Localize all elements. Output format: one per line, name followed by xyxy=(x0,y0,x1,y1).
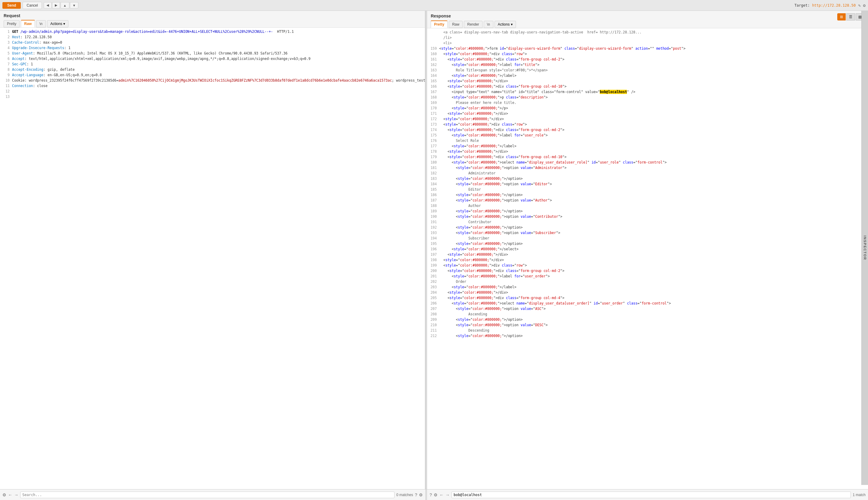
request-panel-title: Request xyxy=(4,13,421,18)
view-toggle: ⊞ ☰ ▤ xyxy=(837,13,864,21)
response-panel: Response ⊞ ☰ ▤ Pretty Raw Render \n Acti… xyxy=(427,11,868,489)
request-search-settings-icon2[interactable]: ⚙ xyxy=(419,492,423,497)
table-row: 204 <style="color:#800000;">/div> xyxy=(427,290,868,295)
actions-chevron-response: ▾ xyxy=(511,22,513,26)
table-row: 159<style="color:#800000;">form id="disp… xyxy=(427,46,868,51)
nav-back-button[interactable]: ◀ xyxy=(44,2,52,9)
table-row: 180 <style="color:#800000;">select name=… xyxy=(427,160,868,165)
table-row: 11Connection: close xyxy=(0,83,425,89)
table-row: 168 <style="color:#800000;">p class="des… xyxy=(427,94,868,100)
tab-request-pretty[interactable]: Pretty xyxy=(4,20,20,27)
tab-request-raw[interactable]: Raw xyxy=(21,20,35,27)
table-row: 162 <style="color:#800000;">label for="t… xyxy=(427,62,868,67)
table-row: 9Accept-Language: en-GB,en-US;q=0.9,en;q… xyxy=(0,72,425,78)
table-row: 160 <style="color:#800000;">div class="r… xyxy=(427,51,868,57)
table-row: 208 Ascending xyxy=(427,311,868,317)
table-row: 198 <style="color:#800000;">/div> xyxy=(427,257,868,263)
request-search-help-icon[interactable]: ? xyxy=(415,492,417,497)
request-search-next-btn[interactable]: → xyxy=(14,492,19,497)
table-row: 210 <style="color:#800000;">option value… xyxy=(427,322,868,328)
response-search-settings-icon[interactable]: ⚙ xyxy=(434,492,438,497)
table-row: 174 <style="color:#800000;">div class="f… xyxy=(427,127,868,133)
response-search-input[interactable] xyxy=(452,491,851,498)
response-search-prev-btn[interactable]: ← xyxy=(439,492,444,497)
table-row: 179 <style="color:#800000;">div class="f… xyxy=(427,154,868,160)
table-row: 193 <style="color:#800000;">option value… xyxy=(427,230,868,236)
table-row: 181 <style="color:#800000;">option value… xyxy=(427,165,868,170)
table-row: 191 Contributor xyxy=(427,219,868,225)
target-url: http://172.28.128.50 xyxy=(812,3,856,8)
nav-fwd-button[interactable]: ▶ xyxy=(52,2,60,9)
table-row: 187 <style="color:#800000;">option value… xyxy=(427,197,868,203)
table-row: 5User-Agent: Mozilla/5.0 (Macintosh; Int… xyxy=(0,50,425,56)
table-row: 199 <style="color:#800000;">div class="r… xyxy=(427,263,868,268)
table-row: 1GET /wp-admin/admin.php?page=display-us… xyxy=(0,29,425,34)
bottom-bars: ⚙ ← → 0 matches ? ⚙ ? ⚙ ← → 1 match xyxy=(0,489,868,500)
table-row: <a class= display-users-nav-tab display-… xyxy=(427,30,868,35)
table-row: 165 <style="color:#800000;">/div> xyxy=(427,78,868,84)
request-code-area[interactable]: 1GET /wp-admin/admin.php?page=display-us… xyxy=(0,28,425,489)
table-row: 8Accept-Encoding: gzip, deflate xyxy=(0,67,425,72)
table-row: 12 xyxy=(0,89,425,94)
table-row: 203 <style="color:#800000;">/label> xyxy=(427,284,868,290)
request-search-prev-btn[interactable]: ← xyxy=(8,492,12,497)
table-row: 10Cookie: wordpress_232395f24f6cff47569f… xyxy=(0,78,425,83)
actions-button-response[interactable]: Actions ▾ xyxy=(494,21,516,28)
edit-icon[interactable]: ✎ xyxy=(858,3,860,8)
table-row: 209 <style="color:#800000;">/option> xyxy=(427,317,868,322)
table-row: 2Host: 172.28.128.50 xyxy=(0,34,425,40)
table-row: 173 <style="color:#800000;">div class="r… xyxy=(427,122,868,127)
tab-request-newline[interactable]: \n xyxy=(36,20,46,27)
tab-response-pretty[interactable]: Pretty xyxy=(431,21,447,28)
table-row: 185 Editor xyxy=(427,187,868,192)
request-panel: Request Pretty Raw \n Actions ▾ 1GET /wp… xyxy=(0,11,425,489)
table-row: 202 Order xyxy=(427,279,868,284)
view-btn-list[interactable]: ☰ xyxy=(846,13,855,21)
response-search-help-icon[interactable]: ? xyxy=(430,492,432,497)
table-row: 176 Select Role xyxy=(427,138,868,144)
table-row: 207 <style="color:#800000;">option value… xyxy=(427,306,868,311)
response-panel-tabs: Pretty Raw Render \n Actions ▾ xyxy=(431,21,864,28)
table-row: 201 <style="color:#800000;">label for="u… xyxy=(427,273,868,279)
actions-button-request[interactable]: Actions ▾ xyxy=(47,20,68,27)
nav-down-button[interactable]: ▼ xyxy=(70,2,79,9)
table-row: 197 <style="color:#800000;">/div> xyxy=(427,252,868,257)
actions-chevron-request: ▾ xyxy=(63,22,65,26)
view-btn-grid[interactable]: ⊞ xyxy=(837,13,846,21)
table-row: 186 <style="color:#800000;">/option> xyxy=(427,192,868,197)
request-search-settings-icon[interactable]: ⚙ xyxy=(2,492,6,497)
table-row: 195 <style="color:#800000;">/option> xyxy=(427,241,868,246)
table-row: 205 <style="color:#800000;">div class="f… xyxy=(427,295,868,300)
inspector-tab[interactable]: INSPECTOR xyxy=(861,11,868,485)
table-row: 170 <style="color:#800000;">/p> xyxy=(427,105,868,111)
main-content: Request Pretty Raw \n Actions ▾ 1GET /wp… xyxy=(0,11,868,489)
table-row: 13 xyxy=(0,94,425,99)
cancel-button[interactable]: Cancel xyxy=(23,2,42,9)
table-row: 7Sec-GPC: 1 xyxy=(0,61,425,67)
target-info: Target: http://172.28.128.50 ✎ ⚙ xyxy=(794,3,866,8)
table-row: 161 <style="color:#800000;">div class="f… xyxy=(427,57,868,62)
settings-icon[interactable]: ⚙ xyxy=(863,3,866,8)
tab-response-newline[interactable]: \n xyxy=(484,21,493,28)
send-button[interactable]: Send xyxy=(2,2,21,9)
request-search-count: 0 matches xyxy=(396,493,413,497)
table-row: 196 <style="color:#800000;">/select> xyxy=(427,246,868,252)
table-row: 171 <style="color:#800000;">/div> xyxy=(427,111,868,116)
top-toolbar: Send Cancel ◀ ▶ ▲ ▼ Target: http://172.2… xyxy=(0,0,868,11)
table-row: 164 <style="color:#800000;">/label> xyxy=(427,73,868,78)
response-code-area[interactable]: <a class= display-users-nav-tab display-… xyxy=(427,28,868,489)
table-row: 190 <style="color:#800000;">option value… xyxy=(427,214,868,219)
table-row: /li> xyxy=(427,35,868,41)
actions-label-response: Actions xyxy=(498,22,510,26)
table-row: 169 Please enter here role title. xyxy=(427,100,868,105)
table-row: 172 <style="color:#800000;">/div> xyxy=(427,116,868,122)
tab-response-raw[interactable]: Raw xyxy=(449,21,463,28)
table-row: 206 <style="color:#800000;">select name=… xyxy=(427,300,868,306)
table-row: 211 Descending xyxy=(427,328,868,333)
tab-response-render[interactable]: Render xyxy=(464,21,482,28)
target-label: Target: xyxy=(794,3,810,8)
table-row: 4Upgrade-Insecure-Requests: 1 xyxy=(0,45,425,50)
request-search-input[interactable] xyxy=(20,491,394,498)
nav-up-button[interactable]: ▲ xyxy=(60,2,69,9)
response-search-next-btn[interactable]: → xyxy=(445,492,450,497)
